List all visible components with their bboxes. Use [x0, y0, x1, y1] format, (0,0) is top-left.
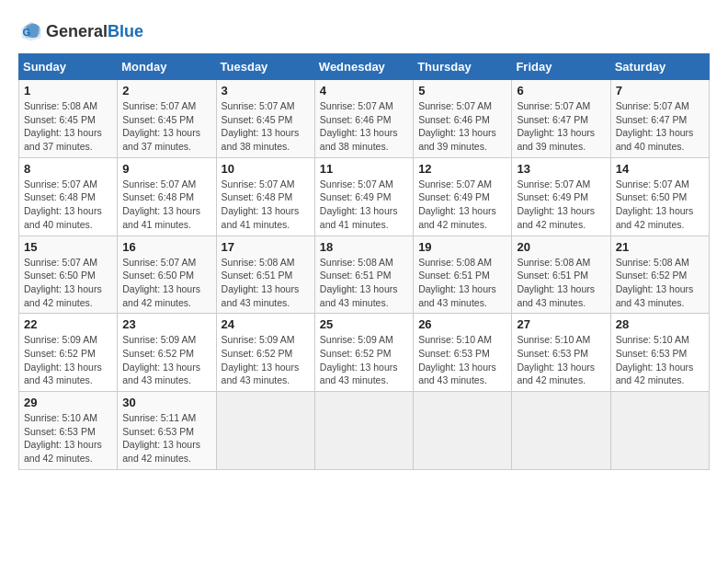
day-number: 21	[616, 240, 704, 254]
day-number: 1	[24, 84, 112, 98]
day-detail: Sunrise: 5:07 AMSunset: 6:48 PMDaylight:…	[24, 178, 112, 232]
logo-icon: G	[18, 18, 44, 44]
day-detail: Sunrise: 5:08 AMSunset: 6:51 PMDaylight:…	[517, 256, 605, 310]
day-number: 7	[616, 84, 704, 98]
calendar-cell: 13Sunrise: 5:07 AMSunset: 6:49 PMDayligh…	[512, 157, 610, 236]
calendar-cell: 19Sunrise: 5:08 AMSunset: 6:51 PMDayligh…	[414, 236, 512, 314]
header-sunday: Sunday	[19, 54, 118, 80]
calendar-cell: 24Sunrise: 5:09 AMSunset: 6:52 PMDayligh…	[216, 314, 314, 392]
calendar-cell	[314, 392, 413, 470]
day-detail: Sunrise: 5:09 AMSunset: 6:52 PMDaylight:…	[320, 333, 408, 387]
calendar-cell	[216, 392, 314, 470]
calendar-cell	[610, 392, 709, 470]
day-number: 3	[222, 84, 310, 98]
calendar-week-row: 15Sunrise: 5:07 AMSunset: 6:50 PMDayligh…	[19, 236, 710, 314]
day-number: 27	[517, 317, 605, 331]
day-detail: Sunrise: 5:10 AMSunset: 6:53 PMDaylight:…	[616, 333, 704, 387]
day-detail: Sunrise: 5:08 AMSunset: 6:51 PMDaylight:…	[222, 256, 310, 310]
header-friday: Friday	[512, 54, 610, 80]
calendar-cell: 30Sunrise: 5:11 AMSunset: 6:53 PMDayligh…	[118, 392, 216, 470]
day-number: 18	[320, 240, 408, 254]
logo-blue: Blue	[108, 22, 143, 41]
day-number: 13	[517, 162, 605, 176]
day-detail: Sunrise: 5:10 AMSunset: 6:53 PMDaylight:…	[418, 333, 506, 387]
day-number: 10	[222, 162, 310, 176]
calendar-cell: 12Sunrise: 5:07 AMSunset: 6:49 PMDayligh…	[414, 157, 512, 236]
day-detail: Sunrise: 5:07 AMSunset: 6:47 PMDaylight:…	[517, 99, 605, 154]
day-detail: Sunrise: 5:07 AMSunset: 6:48 PMDaylight:…	[122, 178, 210, 232]
day-detail: Sunrise: 5:07 AMSunset: 6:46 PMDaylight:…	[320, 99, 408, 154]
calendar-cell: 17Sunrise: 5:08 AMSunset: 6:51 PMDayligh…	[216, 236, 314, 314]
day-detail: Sunrise: 5:07 AMSunset: 6:50 PMDaylight:…	[122, 256, 210, 310]
calendar-cell: 9Sunrise: 5:07 AMSunset: 6:48 PMDaylight…	[118, 157, 216, 236]
day-detail: Sunrise: 5:10 AMSunset: 6:53 PMDaylight:…	[517, 333, 605, 387]
calendar-cell: 22Sunrise: 5:09 AMSunset: 6:52 PMDayligh…	[19, 314, 118, 392]
day-detail: Sunrise: 5:07 AMSunset: 6:47 PMDaylight:…	[616, 99, 704, 154]
day-detail: Sunrise: 5:11 AMSunset: 6:53 PMDaylight:…	[122, 411, 210, 465]
header-tuesday: Tuesday	[216, 54, 314, 80]
calendar-cell: 23Sunrise: 5:09 AMSunset: 6:52 PMDayligh…	[118, 314, 216, 392]
calendar-week-row: 29Sunrise: 5:10 AMSunset: 6:53 PMDayligh…	[19, 392, 710, 470]
calendar-cell	[512, 392, 610, 470]
header: G GeneralBlue	[18, 18, 710, 44]
calendar-cell: 21Sunrise: 5:08 AMSunset: 6:52 PMDayligh…	[610, 236, 709, 314]
calendar-cell	[414, 392, 512, 470]
day-detail: Sunrise: 5:08 AMSunset: 6:51 PMDaylight:…	[418, 256, 506, 310]
day-detail: Sunrise: 5:09 AMSunset: 6:52 PMDaylight:…	[24, 333, 112, 387]
day-number: 11	[320, 162, 408, 176]
calendar-cell: 7Sunrise: 5:07 AMSunset: 6:47 PMDaylight…	[610, 80, 709, 158]
day-number: 22	[24, 317, 112, 331]
calendar-cell: 16Sunrise: 5:07 AMSunset: 6:50 PMDayligh…	[118, 236, 216, 314]
calendar-cell: 1Sunrise: 5:08 AMSunset: 6:45 PMDaylight…	[19, 80, 118, 158]
calendar-cell: 14Sunrise: 5:07 AMSunset: 6:50 PMDayligh…	[610, 157, 709, 236]
day-number: 28	[616, 317, 704, 331]
calendar-cell: 10Sunrise: 5:07 AMSunset: 6:48 PMDayligh…	[216, 157, 314, 236]
day-number: 29	[24, 396, 112, 409]
logo-general: General	[46, 22, 108, 41]
day-detail: Sunrise: 5:07 AMSunset: 6:48 PMDaylight:…	[222, 178, 310, 232]
calendar-cell: 4Sunrise: 5:07 AMSunset: 6:46 PMDaylight…	[314, 80, 413, 158]
svg-text:G: G	[22, 27, 30, 38]
calendar-cell: 11Sunrise: 5:07 AMSunset: 6:49 PMDayligh…	[314, 157, 413, 236]
day-number: 30	[122, 396, 210, 409]
day-number: 4	[320, 84, 408, 98]
day-detail: Sunrise: 5:08 AMSunset: 6:51 PMDaylight:…	[320, 256, 408, 310]
day-detail: Sunrise: 5:07 AMSunset: 6:49 PMDaylight:…	[517, 178, 605, 232]
calendar-cell: 5Sunrise: 5:07 AMSunset: 6:46 PMDaylight…	[414, 80, 512, 158]
calendar-cell: 27Sunrise: 5:10 AMSunset: 6:53 PMDayligh…	[512, 314, 610, 392]
calendar-cell: 3Sunrise: 5:07 AMSunset: 6:45 PMDaylight…	[216, 80, 314, 158]
header-thursday: Thursday	[414, 54, 512, 80]
day-number: 15	[24, 240, 112, 254]
day-number: 25	[320, 317, 408, 331]
day-number: 5	[418, 84, 506, 98]
calendar-cell: 6Sunrise: 5:07 AMSunset: 6:47 PMDaylight…	[512, 80, 610, 158]
calendar-body: 1Sunrise: 5:08 AMSunset: 6:45 PMDaylight…	[19, 80, 710, 470]
day-detail: Sunrise: 5:07 AMSunset: 6:45 PMDaylight:…	[122, 99, 210, 154]
day-number: 17	[222, 240, 310, 254]
day-number: 8	[24, 162, 112, 176]
day-detail: Sunrise: 5:07 AMSunset: 6:50 PMDaylight:…	[24, 256, 112, 310]
days-header-row: Sunday Monday Tuesday Wednesday Thursday…	[19, 54, 710, 80]
day-detail: Sunrise: 5:07 AMSunset: 6:49 PMDaylight:…	[418, 178, 506, 232]
day-detail: Sunrise: 5:09 AMSunset: 6:52 PMDaylight:…	[122, 333, 210, 387]
calendar-cell: 28Sunrise: 5:10 AMSunset: 6:53 PMDayligh…	[610, 314, 709, 392]
calendar-cell: 25Sunrise: 5:09 AMSunset: 6:52 PMDayligh…	[314, 314, 413, 392]
day-number: 19	[418, 240, 506, 254]
calendar-table: Sunday Monday Tuesday Wednesday Thursday…	[18, 53, 710, 470]
day-detail: Sunrise: 5:10 AMSunset: 6:53 PMDaylight:…	[24, 411, 112, 465]
header-monday: Monday	[118, 54, 216, 80]
day-number: 2	[122, 84, 210, 98]
day-detail: Sunrise: 5:07 AMSunset: 6:46 PMDaylight:…	[418, 99, 506, 154]
day-number: 14	[616, 162, 704, 176]
calendar-week-row: 22Sunrise: 5:09 AMSunset: 6:52 PMDayligh…	[19, 314, 710, 392]
logo: G GeneralBlue	[18, 18, 143, 44]
day-number: 20	[517, 240, 605, 254]
calendar-cell: 15Sunrise: 5:07 AMSunset: 6:50 PMDayligh…	[19, 236, 118, 314]
calendar-cell: 26Sunrise: 5:10 AMSunset: 6:53 PMDayligh…	[414, 314, 512, 392]
day-detail: Sunrise: 5:07 AMSunset: 6:50 PMDaylight:…	[616, 178, 704, 232]
day-number: 9	[122, 162, 210, 176]
day-number: 24	[222, 317, 310, 331]
day-number: 23	[122, 317, 210, 331]
calendar-cell: 8Sunrise: 5:07 AMSunset: 6:48 PMDaylight…	[19, 157, 118, 236]
day-number: 12	[418, 162, 506, 176]
